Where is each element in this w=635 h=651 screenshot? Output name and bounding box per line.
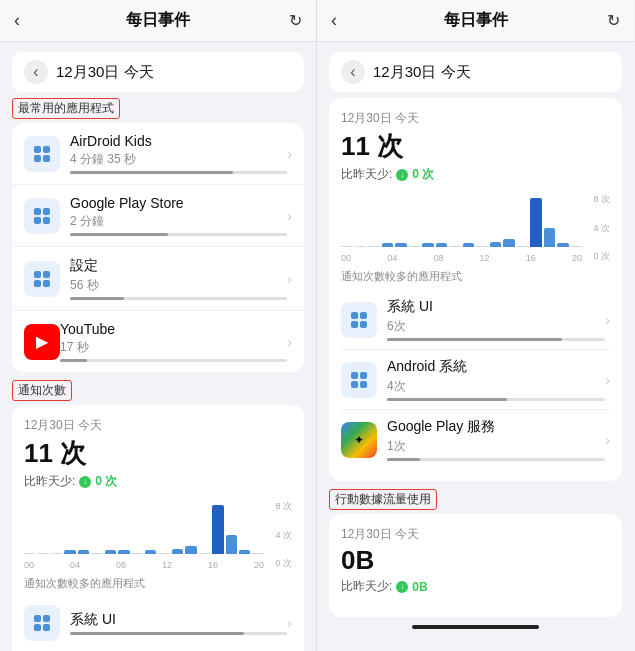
left-date-text: 12月30日 今天: [56, 63, 154, 82]
sysui-bar-left: [70, 632, 287, 635]
youtube-info: YouTube 17 秒: [60, 321, 287, 362]
sysui-name: 系統 UI: [387, 298, 605, 316]
android-info: Android 系統 4次: [387, 358, 605, 401]
playstore-duration: 2 分鐘: [70, 213, 287, 230]
left-refresh-icon[interactable]: ↻: [289, 11, 302, 30]
right-stats-date: 12月30日 今天: [341, 110, 610, 127]
mobile-data-compare-val: 0B: [412, 580, 427, 594]
mobile-data-header-wrap: 行動數據流量使用: [317, 489, 634, 510]
sysui-icon-left: [24, 605, 60, 641]
android-count: 4次: [387, 378, 605, 395]
airdroid-bar: [70, 171, 287, 174]
android-chevron: ›: [605, 372, 610, 388]
airdroid-icon: [24, 136, 60, 172]
left-stats-compare: 比昨天少: ↓ 0 次: [24, 473, 292, 490]
youtube-duration: 17 秒: [60, 339, 287, 356]
right-stats-count: 11 次: [341, 129, 610, 164]
sysui-chevron: ›: [605, 312, 610, 328]
android-icon: [341, 362, 377, 398]
settings-icon: [24, 261, 60, 297]
right-stats-card: 12月30日 今天 11 次 比昨天少: ↓ 0 次 8 次 4 次 0 次: [329, 98, 622, 481]
app-item-settings[interactable]: 設定 56 秒 ›: [12, 247, 304, 311]
mobile-data-date: 12月30日 今天: [341, 526, 610, 543]
settings-name: 設定: [70, 257, 287, 275]
left-date-back-icon[interactable]: ‹: [24, 60, 48, 84]
playstore-chevron: ›: [287, 208, 292, 224]
right-chart-bars: [341, 193, 582, 247]
gps-count: 1次: [387, 438, 605, 455]
airdroid-duration: 4 分鐘 35 秒: [70, 151, 287, 168]
gps-icon: ✦: [341, 422, 377, 458]
left-chart-x: 00 04 08 12 16 20: [24, 560, 264, 570]
left-notif-app-preview[interactable]: 系統 UI ›: [24, 597, 292, 649]
playstore-info: Google Play Store 2 分鐘: [70, 195, 287, 236]
android-name: Android 系統: [387, 358, 605, 376]
right-panel: ‹ 每日事件 ↻ ‹ 12月30日 今天 12月30日 今天 11 次 比昨天少…: [317, 0, 634, 651]
app-item-youtube[interactable]: ▶ YouTube 17 秒 ›: [12, 311, 304, 372]
right-compare-val: 0 次: [412, 166, 434, 183]
left-date-bar[interactable]: ‹ 12月30日 今天: [12, 52, 304, 92]
notif-label: 通知次數: [12, 380, 72, 401]
sysui-icon: [341, 302, 377, 338]
right-date-back-icon[interactable]: ‹: [341, 60, 365, 84]
app-item-playstore[interactable]: Google Play Store 2 分鐘 ›: [12, 185, 304, 247]
left-notif-apps-title: 通知次數較多的應用程式: [24, 576, 292, 597]
left-chart-bars: [24, 500, 264, 554]
right-chart-y: 8 次 4 次 0 次: [593, 193, 610, 263]
mobile-data-card: 12月30日 今天 0B 比昨天少: ↓ 0B: [329, 514, 622, 617]
sysui-info: 系統 UI 6次: [387, 298, 605, 341]
right-back-icon[interactable]: ‹: [331, 10, 337, 31]
sysui-info-left: 系統 UI: [70, 611, 287, 635]
gps-info: Google Play 服務 1次: [387, 418, 605, 461]
left-chart: 8 次 4 次 0 次: [24, 500, 292, 570]
left-header-title: 每日事件: [126, 10, 190, 31]
youtube-name: YouTube: [60, 321, 287, 337]
left-panel: ‹ 每日事件 ↻ ‹ 12月30日 今天 最常用的應用程式: [0, 0, 317, 651]
right-green-dot: ↓: [396, 169, 408, 181]
left-compare-val: 0 次: [95, 473, 117, 490]
settings-info: 設定 56 秒: [70, 257, 287, 300]
youtube-icon: ▶: [24, 324, 60, 360]
gps-chevron: ›: [605, 432, 610, 448]
settings-duration: 56 秒: [70, 277, 287, 294]
playstore-icon: [24, 198, 60, 234]
youtube-bar: [60, 359, 287, 362]
left-green-dot: ↓: [79, 476, 91, 488]
playstore-name: Google Play Store: [70, 195, 287, 211]
left-chart-y: 8 次 4 次 0 次: [275, 500, 292, 570]
youtube-chevron: ›: [287, 334, 292, 350]
mobile-data-label: 行動數據流量使用: [329, 489, 437, 510]
left-back-icon[interactable]: ‹: [14, 10, 20, 31]
right-refresh-icon[interactable]: ↻: [607, 11, 620, 30]
right-notif-gps[interactable]: ✦ Google Play 服務 1次 ›: [341, 410, 610, 469]
mobile-data-green-dot: ↓: [396, 581, 408, 593]
airdroid-name: AirDroid Kids: [70, 133, 287, 149]
right-bottom-bar: [412, 625, 539, 629]
most-used-label: 最常用的應用程式: [12, 98, 120, 119]
left-stats-date: 12月30日 今天: [24, 417, 292, 434]
settings-chevron: ›: [287, 271, 292, 287]
gps-name: Google Play 服務: [387, 418, 605, 436]
right-date-bar[interactable]: ‹ 12月30日 今天: [329, 52, 622, 92]
right-notif-sysui[interactable]: 系統 UI 6次 ›: [341, 290, 610, 350]
right-scroll: ‹ 12月30日 今天 12月30日 今天 11 次 比昨天少: ↓ 0 次 8…: [317, 42, 634, 651]
left-header: ‹ 每日事件 ↻: [0, 0, 316, 42]
sysui-chevron-left: ›: [287, 615, 292, 631]
right-header-title: 每日事件: [444, 10, 508, 31]
playstore-bar: [70, 233, 287, 236]
mobile-data-count: 0B: [341, 545, 610, 576]
left-stats-count: 11 次: [24, 436, 292, 471]
sysui-count: 6次: [387, 318, 605, 335]
left-stats-card: 12月30日 今天 11 次 比昨天少: ↓ 0 次 8 次 4 次 0 次: [12, 405, 304, 651]
right-notif-android[interactable]: Android 系統 4次 ›: [341, 350, 610, 410]
right-notif-apps-title: 通知次數較多的應用程式: [341, 269, 610, 290]
airdroid-info: AirDroid Kids 4 分鐘 35 秒: [70, 133, 287, 174]
app-item-airdroid[interactable]: AirDroid Kids 4 分鐘 35 秒 ›: [12, 123, 304, 185]
right-chart-x: 00 04 08 12 16 20: [341, 253, 582, 263]
sysui-name-left: 系統 UI: [70, 611, 287, 629]
right-date-text: 12月30日 今天: [373, 63, 471, 82]
left-app-list: AirDroid Kids 4 分鐘 35 秒 ›: [12, 123, 304, 372]
notif-section-header-wrap: 通知次數: [0, 380, 316, 401]
right-header: ‹ 每日事件 ↻: [317, 0, 634, 42]
settings-bar: [70, 297, 287, 300]
